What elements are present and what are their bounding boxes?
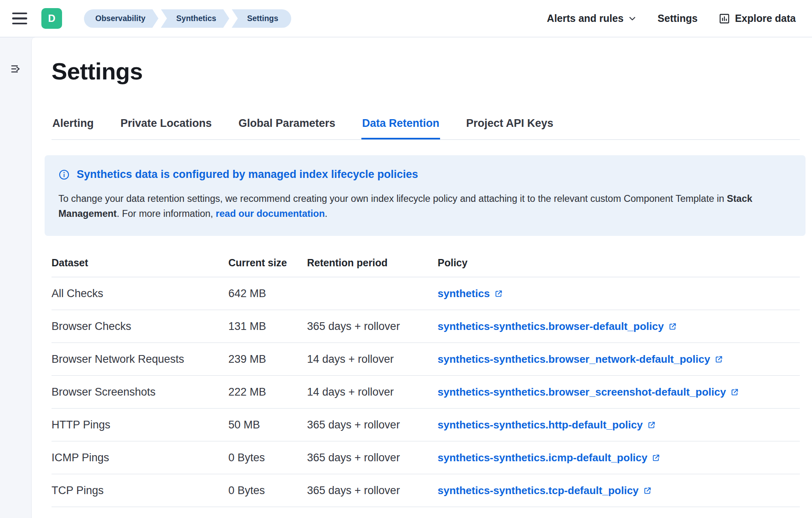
dataset-cell: Browser Checks — [52, 310, 228, 343]
dataset-cell: TCP Pings — [52, 474, 228, 507]
dataset-cell: Browser Network Requests — [52, 343, 228, 376]
size-cell: 239 MB — [228, 343, 307, 376]
size-cell: 0 Bytes — [228, 474, 307, 507]
policy-link[interactable]: synthetics-synthetics.http-default_polic… — [438, 419, 656, 431]
main-panel: Settings Alerting Private Locations Glob… — [31, 37, 812, 518]
page-title: Settings — [52, 58, 800, 85]
callout-body: To change your data retention settings, … — [58, 191, 791, 221]
table-row: Browser Network Requests 239 MB 14 days … — [52, 343, 800, 376]
size-cell: 222 MB — [228, 376, 307, 409]
dataset-cell: ICMP Pings — [52, 441, 228, 474]
tab-data-retention[interactable]: Data Retention — [361, 117, 440, 139]
expand-sidebar-icon — [10, 63, 22, 75]
external-link-icon — [715, 355, 723, 364]
retention-cell: 365 days + rollover — [307, 310, 438, 343]
header-left: D Observability Synthetics Settings — [12, 8, 291, 29]
policy-link[interactable]: synthetics-synthetics.icmp-default_polic… — [438, 452, 660, 464]
explore-data-button[interactable]: Explore data — [719, 13, 796, 24]
alerts-and-rules-label: Alerts and rules — [547, 13, 623, 24]
avatar[interactable]: D — [41, 8, 62, 29]
column-header-retention-period: Retention period — [307, 250, 438, 277]
retention-cell — [307, 277, 438, 310]
header-right: Alerts and rules Settings Explore data — [547, 13, 796, 24]
column-header-policy: Policy — [438, 250, 800, 277]
policy-link[interactable]: synthetics-synthetics.tcp-default_policy — [438, 484, 652, 497]
table-row: All Checks 642 MB synthetics — [52, 277, 800, 310]
table-row: TCP Pings 0 Bytes 365 days + rollover sy… — [52, 474, 800, 507]
tab-private-locations[interactable]: Private Locations — [120, 117, 213, 139]
side-rail — [0, 37, 31, 518]
dataset-cell: Browser Screenshots — [52, 376, 228, 409]
retention-cell: 365 days + rollover — [307, 474, 438, 507]
callout-header: Synthetics data is configured by managed… — [58, 168, 791, 181]
external-link-icon — [730, 388, 739, 396]
table-row: HTTP Pings 50 MB 365 days + rollover syn… — [52, 409, 800, 441]
table-row: ICMP Pings 0 Bytes 365 days + rollover s… — [52, 441, 800, 474]
size-cell: 0 Bytes — [228, 441, 307, 474]
tab-project-api-keys[interactable]: Project API Keys — [465, 117, 554, 139]
tab-alerting[interactable]: Alerting — [52, 117, 95, 139]
table-row: Browser Screenshots 222 MB 14 days + rol… — [52, 376, 800, 409]
settings-link[interactable]: Settings — [657, 13, 698, 24]
hamburger-icon — [12, 13, 27, 15]
table-row: Browser Checks 131 MB 365 days + rollove… — [52, 310, 800, 343]
callout-title: Synthetics data is configured by managed… — [77, 168, 418, 181]
explore-data-label: Explore data — [735, 13, 796, 24]
dataset-cell: All Checks — [52, 277, 228, 310]
retention-cell: 14 days + rollover — [307, 343, 438, 376]
external-link-icon — [643, 486, 652, 495]
external-link-icon — [652, 454, 660, 462]
bar-chart-icon — [719, 13, 730, 24]
top-header: D Observability Synthetics Settings Aler… — [0, 0, 812, 37]
ilm-callout: Synthetics data is configured by managed… — [45, 155, 806, 236]
chevron-down-icon — [628, 15, 636, 23]
size-cell: 50 MB — [228, 409, 307, 441]
settings-link-label: Settings — [657, 13, 698, 24]
dataset-cell: HTTP Pings — [52, 409, 228, 441]
breadcrumb-settings[interactable]: Settings — [232, 9, 291, 28]
table-header-row: Dataset Current size Retention period Po… — [52, 250, 800, 277]
data-retention-table: Dataset Current size Retention period Po… — [52, 250, 800, 507]
policy-link[interactable]: synthetics-synthetics.browser_screenshot… — [438, 386, 739, 398]
documentation-link[interactable]: read our documentation — [216, 208, 325, 219]
expand-sidebar-button[interactable] — [7, 60, 25, 78]
policy-link[interactable]: synthetics-synthetics.browser-default_po… — [438, 320, 677, 333]
policy-link[interactable]: synthetics-synthetics.browser_network-de… — [438, 353, 723, 366]
column-header-current-size: Current size — [228, 250, 307, 277]
breadcrumb-observability[interactable]: Observability — [84, 9, 159, 28]
tab-bar: Alerting Private Locations Global Parame… — [52, 117, 800, 140]
alerts-and-rules-button[interactable]: Alerts and rules — [547, 13, 636, 24]
external-link-icon — [494, 289, 503, 298]
breadcrumb: Observability Synthetics Settings — [84, 9, 291, 28]
app-body: Settings Alerting Private Locations Glob… — [0, 37, 812, 518]
info-icon — [58, 169, 70, 180]
retention-cell: 14 days + rollover — [307, 376, 438, 409]
breadcrumb-synthetics[interactable]: Synthetics — [161, 9, 230, 28]
external-link-icon — [647, 421, 656, 429]
size-cell: 131 MB — [228, 310, 307, 343]
policy-link[interactable]: synthetics — [438, 287, 503, 300]
size-cell: 642 MB — [228, 277, 307, 310]
tab-global-parameters[interactable]: Global Parameters — [238, 117, 336, 139]
retention-cell: 365 days + rollover — [307, 409, 438, 441]
column-header-dataset: Dataset — [52, 250, 228, 277]
retention-cell: 365 days + rollover — [307, 441, 438, 474]
menu-button[interactable] — [12, 10, 30, 28]
external-link-icon — [668, 322, 677, 331]
